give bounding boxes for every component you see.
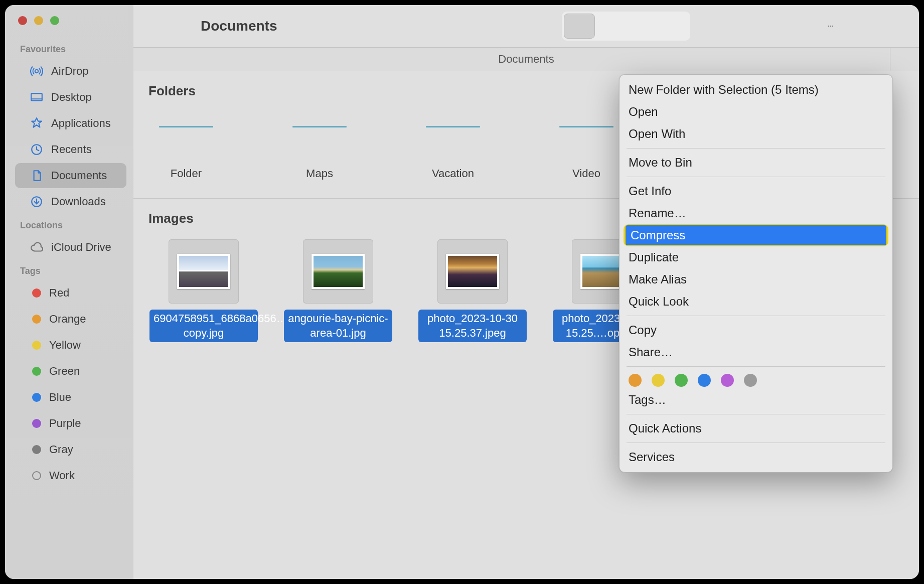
recents-icon (30, 143, 43, 156)
svg-point-28 (832, 26, 833, 27)
desktop-icon (30, 91, 43, 104)
sidebar-tag-work[interactable]: Work (15, 463, 126, 488)
applications-icon (30, 117, 43, 130)
cm-tag-green[interactable] (675, 374, 688, 387)
sidebar-tag-blue[interactable]: Blue (15, 385, 126, 410)
sidebar-item-label: Work (49, 469, 75, 482)
cm-share[interactable]: Share… (620, 341, 892, 363)
view-list-button[interactable] (595, 14, 626, 39)
more-actions-button[interactable] (825, 14, 845, 39)
folder-item[interactable]: Vacation (415, 112, 491, 180)
sidebar-tag-gray[interactable]: Gray (15, 437, 126, 462)
view-icons-button[interactable] (564, 14, 595, 39)
sidebar-item-label: Green (49, 365, 80, 378)
image-item[interactable]: photo_2023-10-30 15.25.37.jpeg (417, 239, 528, 342)
cm-compress[interactable]: Compress (624, 224, 888, 246)
tag-dot-icon (32, 419, 41, 428)
search-button[interactable] (885, 14, 905, 39)
context-menu: New Folder with Selection (5 Items) Open… (619, 74, 893, 473)
tag-dot-icon (32, 288, 41, 298)
svg-line-30 (897, 28, 900, 31)
window-title: Documents (201, 18, 277, 34)
cm-tag-orange[interactable] (629, 374, 642, 387)
view-columns-button[interactable] (626, 14, 657, 39)
finder-window: Favourites AirDrop Desktop Applications … (5, 5, 919, 579)
sidebar-item-downloads[interactable]: Downloads (15, 189, 126, 214)
share-button[interactable] (766, 14, 787, 39)
cm-duplicate[interactable]: Duplicate (620, 246, 892, 268)
image-item[interactable]: angourie-bay-picnic-area-01.jpg (283, 239, 393, 342)
sidebar-item-desktop[interactable]: Desktop (15, 85, 126, 110)
sidebar-section-locations: Locations (5, 215, 133, 234)
documents-icon (30, 169, 43, 182)
sidebar-item-label: Documents (51, 169, 107, 182)
cm-quick-actions[interactable]: Quick Actions (620, 417, 892, 440)
sidebar-item-label: Desktop (51, 91, 92, 104)
cm-separator (627, 414, 885, 414)
image-label: angourie-bay-picnic-area-01.jpg (284, 310, 392, 342)
tag-dot-icon (32, 445, 41, 454)
cm-rename[interactable]: Rename… (620, 202, 892, 224)
group-by-button[interactable] (723, 14, 757, 39)
cm-tag-purple[interactable] (721, 374, 734, 387)
sidebar-item-label: Applications (51, 117, 111, 130)
tags-button[interactable] (796, 14, 816, 39)
sidebar-item-icloud-drive[interactable]: iCloud Drive (15, 235, 126, 260)
sidebar-item-applications[interactable]: Applications (15, 111, 126, 136)
cm-tag-blue[interactable] (698, 374, 711, 387)
cm-make-alias[interactable]: Make Alias (620, 268, 892, 290)
chevron-right-icon (876, 127, 883, 141)
view-mode-group (562, 12, 690, 41)
cm-open[interactable]: Open (620, 101, 892, 123)
folder-icon (290, 112, 349, 158)
sidebar-tag-red[interactable]: Red (15, 280, 126, 306)
minimize-window[interactable] (34, 16, 43, 25)
cm-tag-gray[interactable] (744, 374, 757, 387)
breadcrumb[interactable]: Documents (498, 53, 554, 66)
folder-item[interactable]: Maps (282, 112, 357, 180)
sidebar-tag-yellow[interactable]: Yellow (15, 333, 126, 358)
image-item[interactable]: 6904758951_6868a0656…copy.jpg (148, 239, 259, 342)
cm-tags[interactable]: Tags… (620, 389, 892, 411)
cm-separator (627, 443, 885, 443)
cm-quick-look[interactable]: Quick Look (620, 290, 892, 313)
svg-rect-9 (580, 27, 584, 31)
folder-item[interactable]: Video (549, 112, 624, 180)
sidebar-item-label: Yellow (49, 339, 81, 352)
sidebar: Favourites AirDrop Desktop Applications … (5, 5, 133, 579)
back-button[interactable] (147, 18, 159, 34)
svg-rect-1 (31, 93, 42, 100)
close-window[interactable] (18, 16, 27, 25)
view-gallery-button[interactable] (657, 14, 688, 39)
new-tab-button[interactable] (890, 47, 919, 71)
cm-open-with[interactable]: Open With (620, 123, 892, 145)
sidebar-item-documents[interactable]: Documents (15, 163, 126, 188)
cm-copy[interactable]: Copy (620, 319, 892, 341)
sidebar-tag-purple[interactable]: Purple (15, 411, 126, 436)
sidebar-tag-orange[interactable]: Orange (15, 307, 126, 332)
cm-get-info[interactable]: Get Info (620, 180, 892, 202)
cm-services[interactable]: Services (620, 446, 892, 468)
folder-item[interactable]: Folder (148, 112, 224, 180)
downloads-icon (30, 195, 43, 208)
sidebar-item-airdrop[interactable]: AirDrop (15, 59, 126, 84)
tag-dot-icon (32, 341, 41, 350)
sidebar-section-favourites: Favourites (5, 39, 133, 58)
image-thumbnail (303, 239, 373, 304)
forward-button[interactable] (170, 18, 181, 34)
cm-tag-yellow[interactable] (652, 374, 665, 387)
window-controls (5, 14, 133, 38)
sidebar-item-label: Gray (49, 443, 73, 456)
folder-icon (557, 112, 615, 158)
sidebar-item-label: iCloud Drive (51, 241, 111, 254)
folder-label: Video (572, 167, 600, 180)
folder-icon (157, 112, 215, 158)
tag-circle-icon (32, 471, 41, 480)
cm-move-to-bin[interactable]: Move to Bin (620, 152, 892, 174)
zoom-window[interactable] (50, 16, 59, 25)
sidebar-section-tags: Tags (5, 261, 133, 279)
cm-new-folder-with-selection[interactable]: New Folder with Selection (5 Items) (620, 79, 892, 101)
sidebar-item-recents[interactable]: Recents (15, 137, 126, 162)
sidebar-tag-green[interactable]: Green (15, 359, 126, 384)
sidebar-item-label: Red (49, 286, 69, 300)
